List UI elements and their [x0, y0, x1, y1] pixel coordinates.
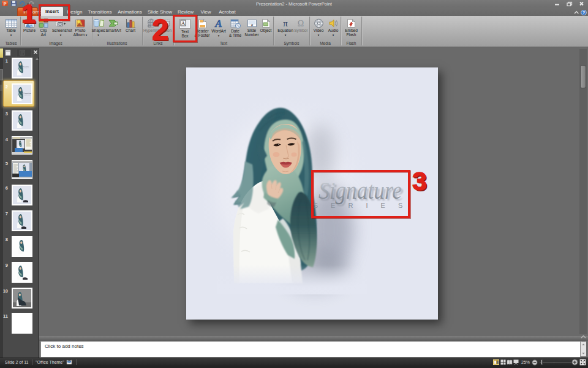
- svg-text:π: π: [283, 18, 288, 28]
- svg-text:Ω: Ω: [298, 19, 304, 28]
- svg-text:P: P: [4, 2, 7, 6]
- svg-text:?: ?: [582, 10, 586, 15]
- svg-text:A: A: [214, 18, 222, 29]
